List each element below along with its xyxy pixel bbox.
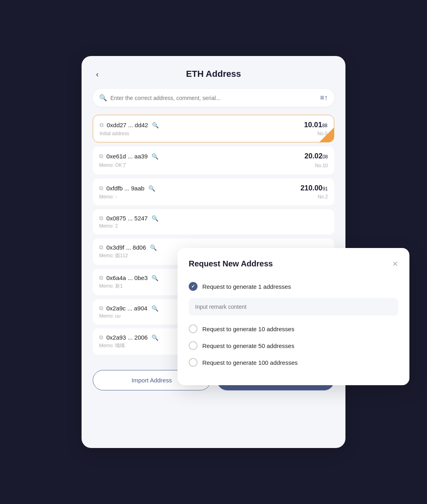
search-addr-icon-3[interactable]: 🔍 xyxy=(152,215,158,222)
copy-icon-6[interactable]: ⧉ xyxy=(99,305,103,312)
copy-icon-5[interactable]: ⧉ xyxy=(99,274,103,281)
back-button[interactable]: ‹ xyxy=(93,68,102,80)
address-text-0: 0xdd27 ... dd42 xyxy=(107,122,148,128)
copy-icon-3[interactable]: ⧉ xyxy=(99,215,103,222)
address-text-6: 0x2a9c ... a904 xyxy=(106,305,148,312)
copy-icon-2[interactable]: ⧉ xyxy=(99,185,103,192)
search-addr-icon-5[interactable]: 🔍 xyxy=(152,275,158,281)
radio-label-0: Request to generate 1 addresses xyxy=(202,283,291,290)
address-item-3[interactable]: ⧉ 0x0875 ... 5247 🔍 Memo: 2 xyxy=(93,209,334,234)
memo-2: Memo: - xyxy=(99,194,117,200)
radio-option-2[interactable]: Request to generate 50 addresses xyxy=(189,337,398,354)
memo-6: Memo: uu xyxy=(99,313,120,319)
copy-icon-7[interactable]: ⧉ xyxy=(99,334,103,341)
radio-circle-1 xyxy=(189,324,198,333)
memo-5: Memo: 新1 xyxy=(99,283,123,290)
modal-card: Request New Address ✕ ✓ Request to gener… xyxy=(178,248,409,385)
search-icon: 🔍 xyxy=(99,94,107,102)
page-title: ETH Address xyxy=(186,69,241,79)
address-text-5: 0x6a4a ... 0be3 xyxy=(106,274,148,281)
copy-icon-1[interactable]: ⧉ xyxy=(99,153,103,160)
search-addr-icon-1[interactable]: 🔍 xyxy=(152,153,158,160)
radio-label-1: Request to generate 10 addresses xyxy=(202,326,294,332)
memo-3: Memo: 2 xyxy=(99,223,118,229)
remark-input[interactable] xyxy=(189,298,398,316)
radio-circle-3 xyxy=(189,358,198,367)
memo-0: Initial address xyxy=(100,131,129,136)
search-addr-icon-6[interactable]: 🔍 xyxy=(152,305,158,312)
search-addr-icon-0[interactable]: 🔍 xyxy=(152,122,159,128)
address-item-1[interactable]: ⧉ 0xe61d ... aa39 🔍 20.02 08 Memo: OK了 N… xyxy=(93,146,334,174)
memo-4: Memo: 圆112 xyxy=(99,252,128,259)
search-bar: 🔍 ≡↑ xyxy=(93,89,334,107)
address-text-1: 0xe61d ... aa39 xyxy=(106,153,148,160)
header: ‹ ETH Address xyxy=(93,69,334,79)
search-addr-icon-7[interactable]: 🔍 xyxy=(152,334,158,341)
radio-option-3[interactable]: Request to generate 100 addresses xyxy=(189,354,398,371)
radio-checkmark-0: ✓ xyxy=(191,284,195,289)
copy-icon-4[interactable]: ⧉ xyxy=(99,244,103,251)
modal-title: Request New Address xyxy=(189,259,273,268)
memo-7: Memo: 哦哦 xyxy=(99,342,125,349)
amount-2: 210.00 91 xyxy=(301,184,328,192)
radio-option-1[interactable]: Request to generate 10 addresses xyxy=(189,320,398,337)
copy-icon-0[interactable]: ⧉ xyxy=(100,122,104,128)
address-item-2[interactable]: ⧉ 0xfdfb ... 9aab 🔍 210.00 91 Memo: - No… xyxy=(93,178,334,205)
main-card: ‹ ETH Address 🔍 ≡↑ ⧉ 0xdd27 ... dd42 🔍 1… xyxy=(82,56,345,448)
search-input[interactable] xyxy=(110,95,317,101)
radio-circle-0: ✓ xyxy=(189,282,198,291)
modal-header: Request New Address ✕ xyxy=(189,259,398,268)
number-badge-1: No.10 xyxy=(315,163,328,168)
radio-option-0[interactable]: ✓ Request to generate 1 addresses xyxy=(189,278,398,295)
radio-label-2: Request to generate 50 addresses xyxy=(202,342,294,349)
address-text-3: 0x0875 ... 5247 xyxy=(106,215,148,222)
address-text-2: 0xfdfb ... 9aab xyxy=(106,185,144,192)
address-item-0[interactable]: ⧉ 0xdd27 ... dd42 🔍 10.01 88 Initial add… xyxy=(93,115,334,142)
address-text-7: 0x2a93 ... 2006 xyxy=(106,334,148,341)
modal-close-button[interactable]: ✕ xyxy=(392,260,398,268)
active-corner xyxy=(319,128,334,142)
number-badge-2: No.2 xyxy=(318,194,328,200)
filter-icon[interactable]: ≡↑ xyxy=(320,94,328,102)
amount-1: 20.02 08 xyxy=(305,152,328,160)
address-text-4: 0x3d9f ... 8d06 xyxy=(106,244,146,251)
radio-label-3: Request to generate 100 addresses xyxy=(202,359,298,366)
memo-1: Memo: OK了 xyxy=(99,162,127,169)
radio-circle-2 xyxy=(189,341,198,350)
search-addr-icon-4[interactable]: 🔍 xyxy=(150,244,157,251)
search-addr-icon-2[interactable]: 🔍 xyxy=(148,185,155,192)
